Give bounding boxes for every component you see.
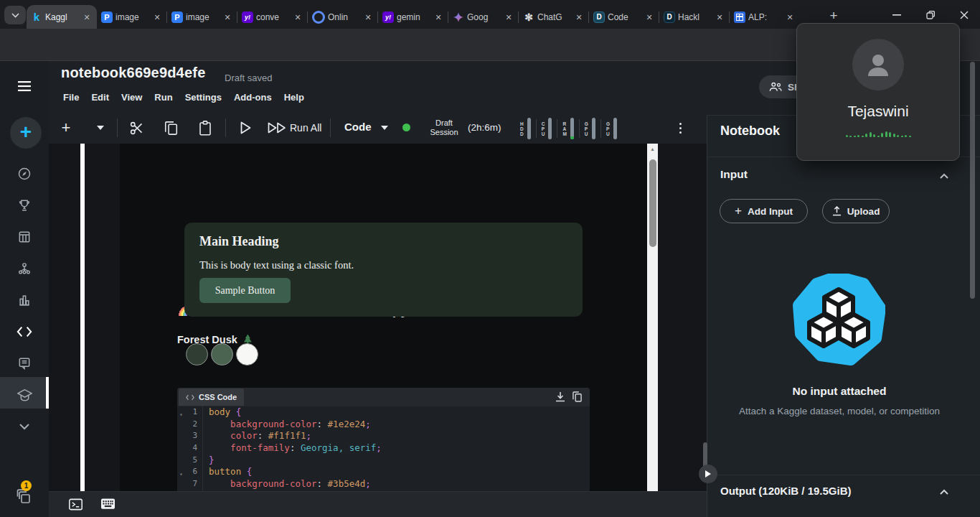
tab-title: ChatG [537,12,570,22]
window-close-button[interactable] [953,7,976,23]
window-minimize-button[interactable] [885,7,908,23]
grid-favicon [734,11,745,23]
menu-item-edit[interactable]: Edit [91,92,109,103]
browser-tab[interactable]: kKaggl✕ [27,5,97,29]
sidebar-item-home[interactable] [0,159,49,188]
code-line[interactable]: 2 background-color: #1e2e24; [177,419,590,431]
sidebar-more-button[interactable] [0,412,49,441]
browser-tab[interactable]: ALP:✕ [730,6,800,28]
tab-close-icon[interactable]: ✕ [151,11,163,23]
sample-button[interactable]: Sample Button [199,278,291,303]
output-scrollbar-thumb[interactable] [649,159,656,247]
keyboard-shortcuts-button[interactable] [101,498,114,511]
draft-status: Draft saved [225,73,272,83]
sidebar-item-benchmarks[interactable] [0,286,49,315]
toolbar-divider [225,118,226,137]
meter-gauge [570,118,574,139]
tab-close-icon[interactable]: ✕ [503,11,514,23]
menu-item-run[interactable]: Run [154,92,172,103]
meter-label: GPU [585,121,588,136]
console-button[interactable] [69,498,82,511]
sidebar-item-datasets[interactable] [0,223,49,251]
browser-tab[interactable]: Pimage✕ [97,6,167,28]
run-all-button[interactable]: Run All [290,122,321,134]
tab-title: Hackl [678,12,711,22]
browser-tab[interactable]: DCode✕ [589,6,659,28]
code-line[interactable]: ▾1body { [177,406,590,419]
cell-type-caret[interactable] [376,119,393,136]
hamburger-menu-button[interactable] [0,72,49,101]
run-cell-button[interactable] [237,119,254,136]
tab-close-icon[interactable]: ✕ [362,11,374,23]
browser-tab[interactable]: Goog✕ [448,6,519,28]
menu-item-help[interactable]: Help [284,92,304,103]
expand-panel-button[interactable] [699,465,717,483]
yahoo-favicon: y! [242,11,253,23]
focused-cell-indicator [80,144,85,491]
tab-close-icon[interactable]: ✕ [222,11,233,23]
dataset-empty-illustration [792,274,885,365]
sidebar-item-discussions[interactable] [0,349,49,378]
sidebar-item-code[interactable] [0,317,49,346]
keyboard-icon [101,498,115,509]
add-cell-dropdown[interactable] [92,119,109,136]
session-label[interactable]: Draft Session [425,118,463,137]
sidebar-item-models[interactable] [0,254,49,283]
create-button[interactable]: + [10,117,42,149]
browser-tab[interactable]: Pimage✕ [167,6,237,28]
tab-close-icon[interactable]: ✕ [433,11,444,23]
code-text: background-color: #3b5e4d; [203,478,371,490]
browser-tab[interactable]: y!gemin✕ [378,6,448,28]
code-line[interactable]: 4 font-family: Georgia, serif; [177,442,590,455]
toolbar-more-button[interactable] [674,119,686,136]
menu-item-file[interactable]: File [63,92,79,103]
tab-close-icon[interactable]: ✕ [81,11,93,23]
code-tag-icon [186,394,194,401]
input-collapse-button[interactable] [938,171,950,182]
output-collapse-button[interactable] [938,487,950,498]
browser-tab[interactable]: DHackl✕ [659,6,730,28]
line-number: ▾1 [177,406,203,419]
sparkline-bar [865,134,867,137]
session-status-dot [402,124,410,131]
tab-close-icon[interactable]: ✕ [644,11,655,23]
browser-tab[interactable]: Onlin✕ [308,6,378,28]
plus-icon: + [62,118,71,137]
code-line[interactable]: 5} [177,455,590,467]
code-block-tab[interactable]: CSS Code [179,388,244,406]
code-text: body { [203,406,241,419]
paste-button[interactable] [197,119,214,136]
chevron-down-icon [11,13,19,18]
tab-title: Code [608,12,641,22]
add-cell-button[interactable]: + [57,119,75,136]
copy-css-button[interactable] [573,391,584,403]
add-input-button[interactable]: + Add Input [720,199,808,223]
tab-close-icon[interactable]: ✕ [784,11,796,23]
scroll-up-arrow[interactable]: ▲ [649,146,656,152]
download-css-button[interactable] [555,391,567,403]
sidebar-item-competitions[interactable] [0,191,49,220]
menu-item-settings[interactable]: Settings [185,92,222,103]
tab-close-icon[interactable]: ✕ [292,11,303,23]
scissors-icon [129,121,144,136]
sidebar-item-learn[interactable] [0,381,49,409]
code-line[interactable]: ▾6button { [177,466,590,478]
cut-button[interactable] [128,119,145,136]
panel-scrollbar-thumb[interactable] [970,62,975,299]
upload-button[interactable]: Upload [822,199,890,223]
code-line[interactable]: 3 color: #f1f1f1; [177,430,590,442]
tab-close-icon[interactable]: ✕ [714,11,725,23]
notebook-title[interactable]: notebook669e9d4efe [61,65,205,81]
tab-search-button[interactable] [4,6,26,24]
menu-item-view[interactable]: View [121,92,142,103]
browser-tab[interactable]: y!conve✕ [237,6,308,28]
code-line[interactable]: 7 background-color: #3b5e4d; [177,478,590,490]
cell-type-dropdown[interactable]: Code [344,121,372,133]
tab-close-icon[interactable]: ✕ [573,11,585,23]
code-lines[interactable]: ▾1body {2 background-color: #1e2e24;3 co… [177,406,590,490]
copy-cell-button[interactable] [162,119,179,136]
browser-tab[interactable]: ✻ChatG✕ [519,6,589,28]
window-restore-button[interactable] [919,7,942,23]
run-all-icon-button[interactable] [265,119,288,136]
menu-item-add-ons[interactable]: Add-ons [234,92,272,103]
